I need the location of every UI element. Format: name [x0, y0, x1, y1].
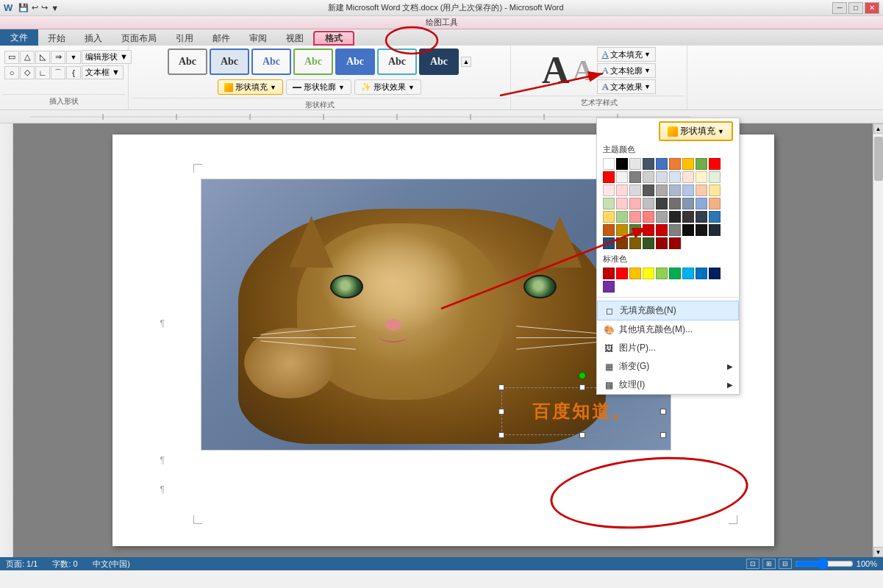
window-controls[interactable]: ─ □ ✕ — [832, 2, 879, 14]
tab-start[interactable]: 开始 — [38, 31, 75, 46]
theme-color-swatch[interactable] — [709, 224, 721, 236]
scroll-up-btn[interactable]: ▲ — [873, 123, 884, 134]
undo-btn[interactable]: ↩ — [32, 3, 38, 12]
menu-item-3[interactable]: ▦渐变(G)▶ — [597, 357, 739, 376]
standard-color-swatch[interactable] — [669, 268, 681, 279]
theme-color-swatch[interactable] — [643, 211, 654, 223]
theme-color-swatch[interactable] — [616, 171, 628, 183]
view-print[interactable]: ⊡ — [746, 559, 759, 569]
shape-style-5[interactable]: Abc — [377, 49, 417, 75]
standard-color-swatch[interactable] — [603, 281, 615, 293]
theme-color-swatch[interactable] — [643, 198, 654, 209]
text-fill-btn[interactable]: A 文本填充▼ — [597, 47, 656, 62]
theme-color-swatch[interactable] — [682, 171, 694, 183]
shape-style-3[interactable]: Abc — [293, 49, 333, 75]
theme-color-swatch[interactable] — [629, 198, 641, 209]
view-controls[interactable]: ⊡ ⊞ ⊟ 100% — [746, 559, 877, 569]
theme-color-swatch[interactable] — [629, 171, 641, 183]
theme-color-swatch[interactable] — [616, 237, 628, 249]
theme-color-swatch[interactable] — [682, 198, 694, 209]
scroll-down-btn[interactable]: ▼ — [873, 547, 884, 557]
theme-color-swatch[interactable] — [616, 211, 628, 223]
shape-style-4[interactable]: Abc — [335, 49, 375, 75]
standard-color-swatch[interactable] — [709, 268, 721, 279]
standard-color-swatch[interactable] — [656, 268, 668, 279]
theme-color-swatch[interactable] — [656, 184, 668, 196]
text-outline-btn[interactable]: A 文本轮廓▼ — [597, 63, 656, 78]
redo-btn[interactable]: ↪ — [41, 3, 48, 12]
shape-style-2[interactable]: Abc — [251, 49, 291, 75]
theme-color-swatch[interactable] — [696, 198, 707, 209]
theme-color-swatch[interactable] — [696, 184, 707, 196]
shape-tool-arrow-right[interactable]: ⇒ — [51, 51, 65, 64]
save-btn[interactable]: 💾 — [18, 3, 29, 12]
theme-color-swatch[interactable] — [643, 171, 654, 183]
theme-color-swatch[interactable] — [643, 184, 654, 196]
theme-color-swatch[interactable] — [603, 224, 615, 236]
shape-tool-rect[interactable]: ▭ — [4, 51, 19, 64]
theme-color-swatch[interactable] — [709, 184, 721, 196]
theme-color-swatch[interactable] — [669, 211, 681, 223]
view-fullread[interactable]: ⊞ — [762, 559, 776, 569]
theme-color-swatch[interactable] — [643, 237, 654, 249]
tab-layout[interactable]: 页面布局 — [112, 31, 166, 46]
theme-color-swatch[interactable] — [643, 224, 654, 236]
theme-color-swatch[interactable] — [669, 237, 681, 249]
standard-color-swatch[interactable] — [616, 268, 628, 279]
theme-color-swatch[interactable] — [709, 198, 721, 209]
menu-item-1[interactable]: 🎨其他填充颜色(M)... — [597, 320, 739, 339]
theme-color-swatch[interactable] — [709, 211, 721, 223]
shape-style-0[interactable]: Abc — [168, 49, 207, 75]
theme-color-swatch[interactable] — [682, 224, 694, 236]
theme-color-swatch[interactable] — [603, 237, 615, 249]
maximize-btn[interactable]: □ — [848, 2, 863, 14]
tab-format[interactable]: 格式 — [313, 31, 354, 46]
view-web[interactable]: ⊟ — [779, 559, 792, 569]
standard-color-swatch[interactable] — [629, 268, 641, 279]
tab-view[interactable]: 视图 — [276, 31, 313, 46]
theme-color-swatch[interactable] — [643, 158, 654, 170]
tab-mail[interactable]: 邮件 — [203, 31, 240, 46]
shape-tool-rtriangle[interactable]: ◺ — [35, 51, 50, 64]
theme-color-swatch[interactable] — [656, 171, 668, 183]
tab-reference[interactable]: 引用 — [166, 31, 203, 46]
theme-color-swatch[interactable] — [603, 158, 615, 170]
shape-tool-curve[interactable]: ⌒ — [51, 66, 65, 79]
document-area[interactable]: ¶ ¶ ¶ — [13, 123, 873, 557]
theme-color-swatch[interactable] — [616, 158, 628, 170]
theme-color-swatch[interactable] — [656, 224, 668, 236]
menu-item-2[interactable]: 🖼图片(P)... — [597, 339, 739, 357]
theme-color-swatch[interactable] — [603, 184, 615, 196]
quick-access-toolbar[interactable]: W 💾 ↩ ↪ ▼ — [4, 2, 59, 13]
tab-review[interactable]: 审阅 — [240, 31, 276, 46]
standard-color-swatch[interactable] — [682, 268, 694, 279]
theme-color-swatch[interactable] — [696, 158, 707, 170]
tab-insert[interactable]: 插入 — [75, 31, 112, 46]
theme-color-swatch[interactable] — [682, 158, 694, 170]
shape-tool-circle[interactable]: ○ — [4, 66, 19, 79]
qa-dropdown[interactable]: ▼ — [51, 4, 59, 12]
theme-color-swatch[interactable] — [669, 184, 681, 196]
standard-color-swatch[interactable] — [603, 268, 615, 279]
shape-tool-brace[interactable]: { — [66, 66, 81, 79]
shape-tool-angle[interactable]: ∟ — [35, 66, 50, 79]
styles-scroll-up[interactable]: ▲ — [461, 57, 471, 67]
theme-color-swatch[interactable] — [669, 158, 681, 170]
theme-color-swatch[interactable] — [682, 211, 694, 223]
theme-color-swatch[interactable] — [669, 171, 681, 183]
menu-item-0[interactable]: ◻无填充颜色(N) — [597, 301, 739, 320]
theme-color-swatch[interactable] — [616, 198, 628, 209]
theme-color-swatch[interactable] — [629, 158, 641, 170]
shape-outline-button[interactable]: 形状轮廓 ▼ — [286, 79, 351, 95]
standard-color-swatch[interactable] — [643, 268, 654, 279]
standard-color-swatch[interactable] — [696, 268, 707, 279]
tab-file[interactable]: 文件 — [0, 29, 38, 46]
shape-style-6[interactable]: Abc — [419, 49, 459, 75]
theme-color-swatch[interactable] — [696, 171, 707, 183]
theme-color-swatch[interactable] — [709, 171, 721, 183]
shape-tool-diamond[interactable]: ◇ — [20, 66, 35, 79]
shape-fill-button[interactable]: 形状填充 ▼ — [218, 79, 283, 95]
theme-color-swatch[interactable] — [603, 211, 615, 223]
theme-color-swatch[interactable] — [696, 211, 707, 223]
shape-effect-button[interactable]: ✨ 形状效果 ▼ — [354, 79, 421, 95]
